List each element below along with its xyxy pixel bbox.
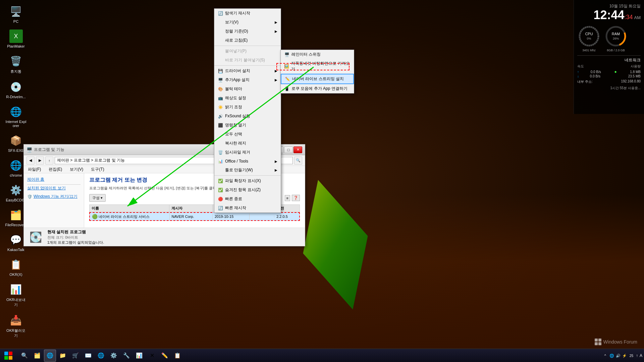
menu-refresh[interactable]: 🔄 탐색기 재시작 (214, 9, 281, 18)
pc-icon: 🖥️ (9, 5, 23, 18)
bottom-info: 현재 설치된 프로그램 전체 크기: 0바이트 1개의 프로그램이 설치되었습니… (84, 229, 104, 236)
menu-addapp[interactable]: 🖥️ 추가App 설치 ▶ (214, 75, 281, 84)
file-menu[interactable]: 파일(F) (26, 166, 42, 173)
taskbar-chrome[interactable]: 🌐 (95, 350, 107, 362)
menu-hidden[interactable]: ✅ 숨겨진 항목 표시(Z) (214, 185, 281, 194)
menu-ext[interactable]: ✅ 파일 확장자 표시(X) (214, 176, 281, 185)
organize-button[interactable]: 구성 ▾ (89, 194, 106, 202)
menu-refresh2[interactable]: 새로 고침(E) (214, 36, 281, 45)
taskbar-mail[interactable]: ✉️ (82, 350, 94, 362)
menu-sort[interactable]: 정렬 기준(O) ▶ (214, 27, 281, 36)
edit-menu[interactable]: 편집(E) (47, 166, 63, 173)
desktop-icon-okr[interactable]: 📋 OKR(X) (3, 256, 29, 278)
sidebar-sep (27, 184, 80, 185)
maximize-button[interactable]: □ (284, 146, 293, 153)
desktop-icon-ie[interactable]: 🌐 Internet Explorer (3, 104, 29, 129)
desktop-icon-okr-play[interactable]: 📥 OKR블러오기 (3, 312, 29, 340)
taskbar-x[interactable]: ✕ (146, 350, 158, 362)
okr-play-icon: 📥 (9, 313, 23, 327)
menu-view[interactable]: 보기(V) ▶ (214, 18, 281, 27)
taskbar-ie[interactable]: 🌐 (44, 350, 56, 362)
menu-wallpaper[interactable]: 🎨 볼턱 테마 (214, 84, 281, 94)
menu-copy[interactable]: 복사한 레지 (214, 139, 281, 148)
office-arrow: ▶ (275, 160, 277, 163)
svg-text:RAM: RAM (612, 32, 620, 36)
menu-all[interactable]: 모두 선택 (214, 130, 281, 139)
view-menu[interactable]: 보기(V) (68, 166, 85, 173)
desktop-icon-rdrive[interactable]: 💿 R-DriveIm... (3, 79, 29, 100)
svg-text:CPU: CPU (585, 32, 593, 36)
taskbar-tools[interactable]: 🔧 (120, 350, 132, 362)
menu-brightness[interactable]: ☀️ 밝기 조정 (214, 103, 281, 112)
forward-button[interactable]: ▶ (36, 157, 44, 165)
features-link[interactable]: Windows 기능 켜기/끄기 (34, 194, 77, 199)
search-button[interactable]: 🔍 (294, 157, 302, 165)
submenu-naver-install[interactable]: ✏️ 네이버 라이브 스트리밍 설치 (281, 74, 354, 84)
view-toggle-button[interactable]: ≡ (285, 195, 290, 201)
submenu-naver-install-label: 네이버 라이브 스트리밍 설치 (292, 76, 344, 82)
menu-driver[interactable]: 💾 드라이버 설치 ▶ (214, 66, 281, 75)
desktop-icon-recycle[interactable]: 🗑️ 휴지통 (3, 53, 29, 75)
taskbar-app1[interactable]: 📋 (171, 350, 183, 362)
okr-naver-label: OKR내보내기 (5, 297, 27, 307)
watermark-logo (595, 339, 601, 345)
taskbar-search[interactable]: 🔍 (18, 350, 31, 362)
submenu-rocu-label: 로쿠 모음에 추가 App 연결하기 (291, 86, 347, 92)
taskbar-edit[interactable]: ✏️ (159, 350, 171, 362)
submenu-rocu[interactable]: 📱 로쿠 모음에 추가 App 연결하기 (281, 84, 354, 93)
taskbar-task-view[interactable]: 🗂️ (31, 350, 43, 362)
up-arrow: ↑ (577, 70, 579, 74)
menu-tempfile-label: 임시파일 제거 (225, 149, 250, 155)
submenu-remote-label: 레인미터 스위칭 (291, 52, 321, 57)
start-button[interactable] (0, 349, 17, 362)
menu-cmd[interactable]: ⬛ 명령창 열기 (214, 121, 281, 130)
taskbar: 🔍 🗂️ 🌐 📁 🛒 ✉️ 🌐 ⚙️ 🔧 📊 ✕ ✏️ 📋 ^ 🌐 🔊 ⚡ 25… (0, 349, 644, 362)
taskbar-settings[interactable]: ⚙️ (108, 350, 120, 362)
naver-install-icon: ✏️ (285, 76, 290, 82)
menu-driver-label: 드라이버 설치 (225, 68, 250, 74)
up-button[interactable]: ↑ (45, 157, 53, 165)
taskbar-folder[interactable]: 📁 (57, 350, 69, 362)
window-title-icon: 🖥️ (26, 147, 32, 153)
desktop-icon-planmaker[interactable]: X PlanMaker (3, 28, 29, 50)
menu-office[interactable]: 📊 Office / Tools ▶ (214, 157, 281, 166)
program-name-cell: 🟢 네이버 라이브 스트리밍 서비스 (90, 213, 170, 220)
menu-quickrestart[interactable]: 🔄 빠른 재시작 (214, 203, 281, 213)
menu-copy-label: 복사한 레지 (225, 140, 246, 146)
menu-paste-shortcut[interactable]: 바로 가기 붙여넣기(S) (214, 56, 281, 65)
menu-resolution-label: 해상도 설정 (225, 95, 246, 101)
menu-ext-label: 파일 확장자 표시(X) (225, 178, 261, 184)
menu-quickexit[interactable]: 🔴 빠른 종료 (214, 194, 281, 203)
sfx-icon: 📦 (9, 134, 23, 147)
close-button[interactable]: ✕ (293, 146, 302, 153)
address-bar[interactable]: 제어판 > 프로그램 > 프로그램 및 기능 (55, 157, 238, 164)
tools-menu[interactable]: 도구(T) (90, 166, 105, 173)
submenu-remote[interactable]: 🖥️ 레인미터 스위칭 (281, 50, 354, 59)
view-icon (218, 20, 223, 25)
sort-arrow: ▶ (275, 29, 277, 33)
menu-maketools[interactable]: 툴로 만들기(W) ▶ (214, 166, 281, 175)
back-button[interactable]: ◀ (26, 157, 35, 165)
update-link[interactable]: 설치된 업데이트 보기 (27, 185, 80, 191)
menu-brightness-label: 밝기 조정 (225, 104, 242, 110)
menu-paste[interactable]: 붙여넣기(P) (214, 47, 281, 56)
taskbar-excel[interactable]: 📊 (133, 350, 145, 362)
program-list-item[interactable]: 🟢 네이버 라이브 스트리밍 서비스 NAVER Corp. 2019-10-1… (89, 212, 300, 221)
help-button[interactable]: ❓ (292, 195, 300, 201)
tray-battery-icon: ⚡ (622, 354, 627, 358)
control-panel-link[interactable]: 제어판 홈 (27, 177, 80, 182)
quickrestart-icon: 🔄 (218, 205, 223, 211)
menu-resolution[interactable]: 📺 해상도 설정 (214, 94, 281, 103)
desktop-icon-pc[interactable]: 🖥️ PC (3, 3, 29, 25)
menu-office-label: Office / Tools (225, 159, 248, 164)
green-dot-1: ● (614, 69, 616, 74)
usage-label: 사용량 (631, 64, 641, 69)
svg-text:0%: 0% (587, 37, 591, 40)
menu-tempfile[interactable]: 🗑️ 임시파일 제거 (214, 148, 281, 157)
desktop-icon-okr-naver[interactable]: 📊 OKR내보내기 (3, 281, 29, 309)
submenu-wallpaper[interactable]: 🖼️ 저폭동네것 바탕화면으로 가져오기 (281, 59, 354, 74)
taskbar-store[interactable]: 🛒 (69, 350, 82, 362)
tray-notification[interactable]: ^ (604, 354, 606, 358)
features-container: 🛡️ Windows 기능 켜기/끄기 (27, 194, 80, 199)
menu-fxsound[interactable]: 🔊 FxSound 실행 (214, 112, 281, 121)
